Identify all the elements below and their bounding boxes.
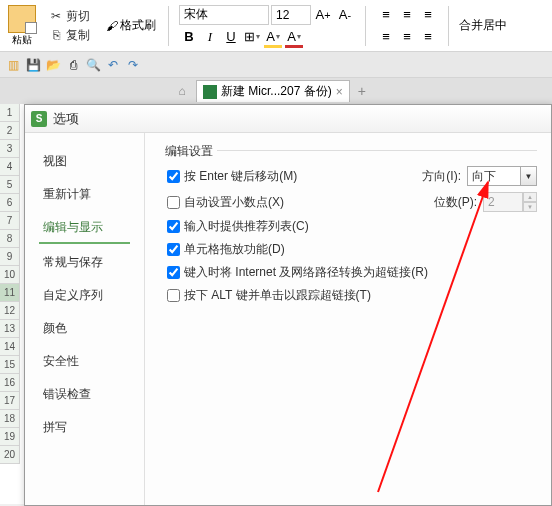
direction-value: 向下 (472, 168, 496, 185)
places-value: 2 (488, 195, 495, 209)
border-button[interactable]: ⊞ (242, 27, 262, 47)
row-header[interactable]: 5 (0, 176, 20, 194)
font-group: 宋体 12 A+ A- B I U ⊞ A A (175, 5, 359, 47)
preview-icon[interactable]: 🔍 (84, 56, 102, 74)
separator (168, 6, 169, 46)
places-label: 位数(P): (434, 194, 477, 211)
decrease-font-button[interactable]: A- (335, 5, 355, 25)
label-alt-click: 按下 ALT 键并单击以跟踪超链接(T) (184, 287, 371, 304)
copy-button[interactable]: ⎘复制 (46, 26, 92, 45)
label-recommend-list: 输入时提供推荐列表(C) (184, 218, 309, 235)
align-center-button[interactable]: ≡ (397, 27, 417, 47)
row-header[interactable]: 8 (0, 230, 20, 248)
row-header[interactable]: 1 (0, 104, 20, 122)
format-painter-button[interactable]: 🖌格式刷 (98, 17, 162, 34)
checkbox-alt-click[interactable] (167, 289, 180, 302)
save-icon[interactable]: 💾 (24, 56, 42, 74)
home-tab-icon[interactable]: ⌂ (170, 81, 194, 101)
checkbox-enter-move[interactable] (167, 170, 180, 183)
align-left-button[interactable]: ≡ (376, 27, 396, 47)
options-dialog: S 选项 视图 重新计算 编辑与显示 常规与保存 自定义序列 颜色 安全性 错误… (24, 104, 552, 506)
row-header[interactable]: 20 (0, 446, 20, 464)
align-right-button[interactable]: ≡ (418, 27, 438, 47)
label-auto-decimal: 自动设置小数点(X) (184, 194, 284, 211)
scissors-icon: ✂ (48, 8, 64, 24)
font-name-select[interactable]: 宋体 (179, 5, 269, 25)
fill-color-button[interactable]: A (263, 27, 283, 47)
nav-spell[interactable]: 拼写 (39, 413, 144, 442)
direction-select[interactable]: 向下 (467, 166, 521, 186)
row-headers: 1234567891011121314151617181920 (0, 104, 20, 464)
checkbox-internet-link[interactable] (167, 266, 180, 279)
print-icon[interactable]: ⎙ (64, 56, 82, 74)
label-drag-fill: 单元格拖放功能(D) (184, 241, 285, 258)
nav-recalc[interactable]: 重新计算 (39, 180, 144, 209)
bold-button[interactable]: B (179, 27, 199, 47)
row-header[interactable]: 16 (0, 374, 20, 392)
label-enter-move: 按 Enter 键后移动(M) (184, 168, 297, 185)
spreadsheet-icon (203, 85, 217, 99)
row-header[interactable]: 6 (0, 194, 20, 212)
row-header[interactable]: 15 (0, 356, 20, 374)
dialog-nav: 视图 重新计算 编辑与显示 常规与保存 自定义序列 颜色 安全性 错误检查 拼写 (25, 133, 145, 505)
nav-security[interactable]: 安全性 (39, 347, 144, 376)
add-tab-button[interactable]: + (352, 83, 372, 99)
font-size-value: 12 (276, 8, 289, 22)
row-header[interactable]: 3 (0, 140, 20, 158)
row-header[interactable]: 14 (0, 338, 20, 356)
row-header[interactable]: 10 (0, 266, 20, 284)
nav-edit-display[interactable]: 编辑与显示 (39, 213, 130, 244)
merge-center-button[interactable]: 合并居中 (455, 17, 511, 34)
dialog-title: 选项 (53, 110, 79, 128)
spin-up-icon: ▲ (523, 192, 537, 202)
merge-label: 合并居中 (459, 17, 507, 34)
align-middle-button[interactable]: ≡ (397, 5, 417, 25)
new-icon[interactable]: ▥ (4, 56, 22, 74)
nav-view[interactable]: 视图 (39, 147, 144, 176)
checkbox-auto-decimal[interactable] (167, 196, 180, 209)
nav-color[interactable]: 颜色 (39, 314, 144, 343)
row-header[interactable]: 12 (0, 302, 20, 320)
row-header[interactable]: 11 (0, 284, 20, 302)
nav-custom-list[interactable]: 自定义序列 (39, 281, 144, 310)
spin-down-icon: ▼ (523, 202, 537, 212)
open-icon[interactable]: 📂 (44, 56, 62, 74)
font-name-value: 宋体 (184, 6, 208, 23)
label-internet-link: 键入时将 Internet 及网络路径转换为超链接(R) (184, 264, 428, 281)
font-color-button[interactable]: A (284, 27, 304, 47)
direction-dropdown-button[interactable]: ▼ (521, 166, 537, 186)
increase-font-button[interactable]: A+ (313, 5, 333, 25)
tab-strip: ⌂ 新建 Micr...207 备份) × + (0, 78, 552, 104)
underline-button[interactable]: U (221, 27, 241, 47)
row-header[interactable]: 4 (0, 158, 20, 176)
dialog-titlebar: S 选项 (25, 105, 551, 133)
direction-label: 方向(I): (422, 168, 461, 185)
font-size-select[interactable]: 12 (271, 5, 311, 25)
row-header[interactable]: 13 (0, 320, 20, 338)
close-tab-button[interactable]: × (336, 85, 343, 99)
paste-button[interactable]: 粘贴 (4, 3, 40, 49)
row-header[interactable]: 18 (0, 410, 20, 428)
row-header[interactable]: 7 (0, 212, 20, 230)
nav-general-save[interactable]: 常规与保存 (39, 248, 144, 277)
cut-label: 剪切 (66, 8, 90, 25)
redo-icon[interactable]: ↷ (124, 56, 142, 74)
separator (448, 6, 449, 46)
align-top-button[interactable]: ≡ (376, 5, 396, 25)
section-divider (215, 150, 537, 151)
row-header[interactable]: 17 (0, 392, 20, 410)
section-title: 编辑设置 (161, 143, 217, 160)
checkbox-drag-fill[interactable] (167, 243, 180, 256)
row-header[interactable]: 9 (0, 248, 20, 266)
undo-icon[interactable]: ↶ (104, 56, 122, 74)
checkbox-recommend-list[interactable] (167, 220, 180, 233)
italic-button[interactable]: I (200, 27, 220, 47)
row-header[interactable]: 19 (0, 428, 20, 446)
dialog-content: 编辑设置 按 Enter 键后移动(M) 方向(I): 向下 ▼ 自动设置小数点… (145, 133, 551, 505)
document-tab-label: 新建 Micr...207 备份) (221, 83, 332, 100)
row-header[interactable]: 2 (0, 122, 20, 140)
cut-button[interactable]: ✂剪切 (46, 7, 92, 26)
document-tab[interactable]: 新建 Micr...207 备份) × (196, 80, 350, 102)
nav-error-check[interactable]: 错误检查 (39, 380, 144, 409)
align-bottom-button[interactable]: ≡ (418, 5, 438, 25)
